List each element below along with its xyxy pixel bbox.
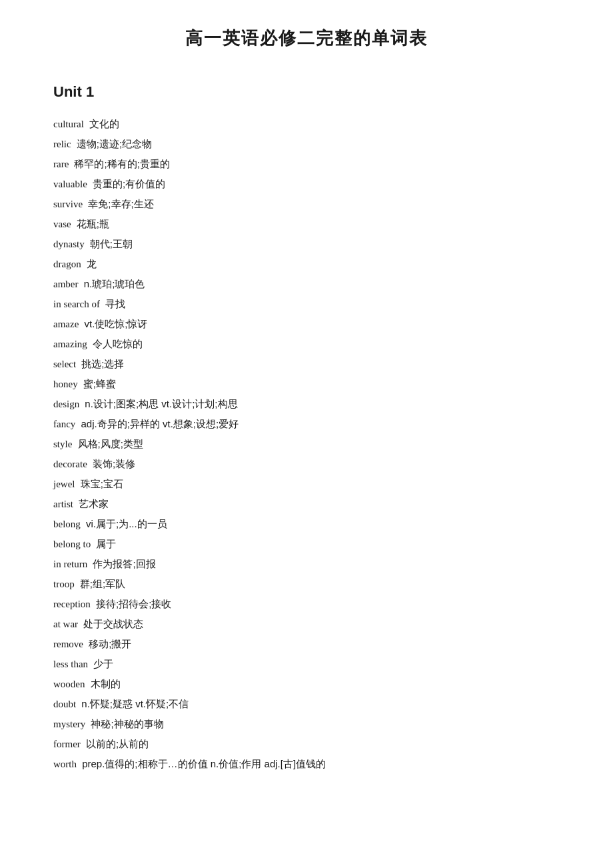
word-chinese: 花瓶;瓶	[74, 218, 109, 229]
list-item: artist 艺术家	[53, 494, 560, 514]
word-english: amaze	[53, 319, 79, 329]
word-english: belong	[53, 519, 81, 529]
word-english: style	[53, 439, 72, 449]
word-chinese: 装饰;装修	[90, 458, 135, 469]
word-chinese: 移动;搬开	[86, 638, 131, 649]
word-english: at war	[53, 619, 78, 629]
word-english: vase	[53, 219, 71, 229]
list-item: jewel 珠宝;宝石	[53, 474, 560, 494]
unit-header: Unit 1	[53, 83, 560, 101]
list-item: rare 稀罕的;稀有的;贵重的	[53, 154, 560, 174]
unit-section: Unit 1cultural 文化的relic 遗物;遗迹;纪念物rare 稀罕…	[53, 83, 560, 774]
list-item: remove 移动;搬开	[53, 634, 560, 654]
list-item: at war 处于交战状态	[53, 614, 560, 634]
word-chinese: vi.属于;为...的一员	[83, 518, 167, 529]
word-chinese: 幸免;幸存;生还	[85, 198, 154, 209]
word-english: mystery	[53, 719, 85, 729]
list-item: in search of 寻找	[53, 294, 560, 314]
word-chinese: 龙	[84, 258, 97, 269]
list-item: troop 群;组;军队	[53, 574, 560, 594]
word-chinese: 文化的	[87, 118, 119, 129]
list-item: select 挑选;选择	[53, 354, 560, 374]
word-english: in return	[53, 559, 87, 569]
list-item: relic 遗物;遗迹;纪念物	[53, 134, 560, 154]
word-chinese: 神秘;神秘的事物	[88, 718, 163, 729]
word-chinese: 属于	[93, 538, 116, 549]
word-english: doubt	[53, 699, 76, 709]
list-item: survive 幸免;幸存;生还	[53, 194, 560, 214]
word-english: survive	[53, 199, 83, 209]
word-chinese: 接待;招待会;接收	[93, 598, 172, 609]
list-item: mystery 神秘;神秘的事物	[53, 714, 560, 734]
word-chinese: 处于交战状态	[81, 618, 143, 629]
list-item: belong vi.属于;为...的一员	[53, 514, 560, 534]
word-english: dragon	[53, 259, 81, 269]
list-item: in return 作为报答;回报	[53, 554, 560, 574]
word-english: wooden	[53, 679, 85, 689]
list-item: amazing 令人吃惊的	[53, 334, 560, 354]
word-english: in search of	[53, 299, 100, 309]
list-item: design n.设计;图案;构思 vt.设计;计划;构思	[53, 394, 560, 414]
word-english: fancy	[53, 419, 75, 429]
list-item: dynasty 朝代;王朝	[53, 234, 560, 254]
word-english: valuable	[53, 179, 87, 189]
list-item: former 以前的;从前的	[53, 734, 560, 754]
word-chinese: 少于	[91, 658, 113, 669]
word-english: reception	[53, 599, 91, 609]
word-english: worth	[53, 759, 77, 769]
list-item: style 风格;风度;类型	[53, 434, 560, 454]
word-list: cultural 文化的relic 遗物;遗迹;纪念物rare 稀罕的;稀有的;…	[53, 114, 560, 774]
word-chinese: 蜜;蜂蜜	[81, 378, 116, 389]
word-chinese: 以前的;从前的	[83, 738, 149, 749]
list-item: reception 接待;招待会;接收	[53, 594, 560, 614]
word-chinese: 遗物;遗迹;纪念物	[74, 138, 153, 149]
word-chinese: n.怀疑;疑惑 vt.怀疑;不信	[79, 698, 189, 709]
word-english: relic	[53, 139, 71, 149]
word-chinese: 朝代;王朝	[87, 238, 133, 249]
word-chinese: 木制的	[88, 678, 121, 689]
list-item: doubt n.怀疑;疑惑 vt.怀疑;不信	[53, 694, 560, 714]
word-chinese: 令人吃惊的	[90, 338, 143, 349]
word-english: decorate	[53, 459, 87, 469]
list-item: less than 少于	[53, 654, 560, 674]
word-english: remove	[53, 639, 83, 649]
word-chinese: 稀罕的;稀有的;贵重的	[71, 158, 170, 169]
word-chinese: prep.值得的;相称于…的价值 n.价值;作用 adj.[古]值钱的	[79, 758, 326, 769]
word-english: less than	[53, 659, 88, 669]
list-item: amaze vt.使吃惊;惊讶	[53, 314, 560, 334]
word-chinese: n.设计;图案;构思 vt.设计;计划;构思	[82, 398, 237, 409]
word-chinese: 寻找	[103, 298, 125, 309]
word-chinese: 贵重的;有价值的	[90, 178, 165, 189]
list-item: dragon 龙	[53, 254, 560, 274]
page-title: 高一英语必修二完整的单词表	[53, 27, 560, 50]
word-english: dynasty	[53, 239, 85, 249]
list-item: amber n.琥珀;琥珀色	[53, 274, 560, 294]
word-english: honey	[53, 379, 78, 389]
list-item: valuable 贵重的;有价值的	[53, 174, 560, 194]
word-chinese: 风格;风度;类型	[75, 438, 143, 449]
word-english: jewel	[53, 479, 75, 489]
list-item: cultural 文化的	[53, 114, 560, 134]
list-item: fancy adj.奇异的;异样的 vt.想象;设想;爱好	[53, 414, 560, 434]
word-chinese: 艺术家	[76, 498, 109, 509]
word-english: troop	[53, 579, 75, 589]
word-chinese: 挑选;选择	[79, 358, 124, 369]
word-chinese: 作为报答;回报	[90, 558, 155, 569]
word-english: amazing	[53, 339, 87, 349]
list-item: wooden 木制的	[53, 674, 560, 694]
word-english: belong to	[53, 539, 91, 549]
word-chinese: n.琥珀;琥珀色	[81, 278, 145, 289]
word-chinese: adj.奇异的;异样的 vt.想象;设想;爱好	[78, 418, 239, 429]
word-english: cultural	[53, 119, 84, 129]
word-english: amber	[53, 279, 78, 289]
word-english: select	[53, 359, 76, 369]
list-item: vase 花瓶;瓶	[53, 214, 560, 234]
list-item: honey 蜜;蜂蜜	[53, 374, 560, 394]
list-item: worth prep.值得的;相称于…的价值 n.价值;作用 adj.[古]值钱…	[53, 754, 560, 774]
word-chinese: vt.使吃惊;惊讶	[81, 318, 147, 329]
word-english: former	[53, 739, 81, 749]
list-item: belong to 属于	[53, 534, 560, 554]
word-english: design	[53, 399, 79, 409]
word-english: artist	[53, 499, 73, 509]
word-chinese: 群;组;军队	[77, 578, 126, 589]
